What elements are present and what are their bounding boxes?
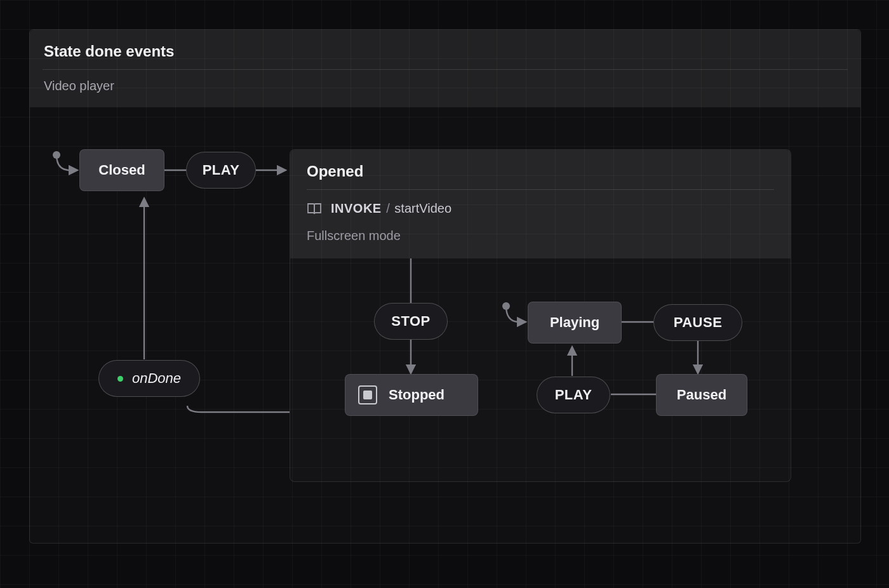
machine-header: State done events Video player [30, 30, 860, 107]
event-play-resume[interactable]: PLAY [537, 377, 610, 413]
state-opened-title: Opened [307, 159, 774, 189]
svg-point-1 [502, 302, 510, 310]
statechart-canvas[interactable]: State done events Video player [0, 0, 889, 588]
final-state-icon [358, 385, 377, 404]
svg-point-0 [53, 151, 60, 159]
event-label: onDone [132, 370, 181, 387]
state-paused[interactable]: Paused [656, 374, 747, 416]
machine-subtitle: Video player [44, 70, 846, 96]
state-label: Paused [677, 387, 726, 403]
state-opened[interactable]: Opened INVOKE / startVideo [290, 149, 791, 482]
state-label: Playing [550, 314, 599, 331]
machine-body: Closed PLAY onDone Opened [30, 107, 860, 538]
event-label: PLAY [555, 387, 592, 403]
machine-container: State done events Video player [29, 29, 861, 544]
event-label: PLAY [203, 162, 240, 178]
invoke-name: startVideo [394, 201, 451, 215]
invoke-row: INVOKE / startVideo [307, 190, 774, 218]
state-label: Closed [98, 162, 145, 178]
invoke-keyword: INVOKE [331, 201, 382, 215]
state-playing[interactable]: Playing [528, 302, 622, 344]
state-stopped[interactable]: Stopped [345, 374, 478, 416]
state-opened-subtitle: Fullscreen mode [307, 218, 774, 247]
opened-edges-layer [290, 258, 792, 472]
machine-title: State done events [44, 39, 846, 69]
invoke-slash: / [383, 201, 394, 215]
state-label: Stopped [389, 387, 444, 403]
event-label: STOP [391, 313, 431, 330]
state-closed[interactable]: Closed [79, 149, 164, 191]
event-ondone[interactable]: onDone [98, 360, 200, 397]
invoke-icon [307, 203, 322, 215]
event-label: PAUSE [674, 314, 723, 331]
state-opened-body: STOP Stopped Playing PAUSE [290, 258, 791, 472]
event-play[interactable]: PLAY [186, 152, 256, 189]
done-indicator-icon [117, 376, 123, 382]
state-opened-header: Opened INVOKE / startVideo [290, 150, 791, 258]
event-stop[interactable]: STOP [374, 303, 448, 340]
event-pause[interactable]: PAUSE [653, 304, 742, 341]
